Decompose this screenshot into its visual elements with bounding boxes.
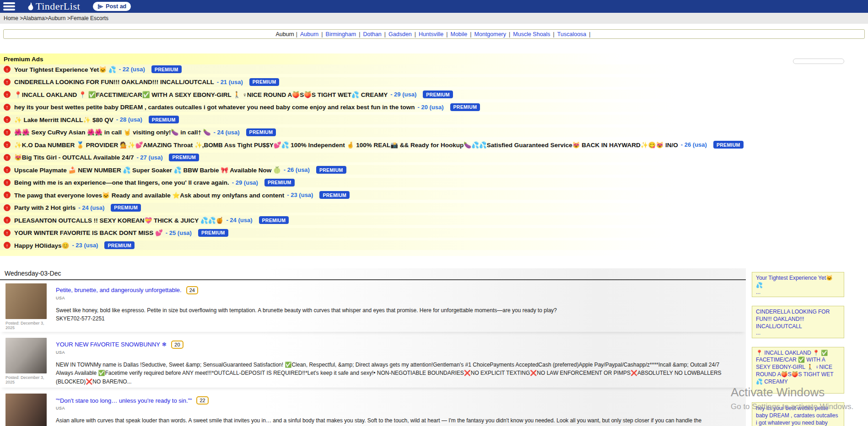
- city-link[interactable]: Huntsville: [419, 31, 443, 37]
- listing-thumbnail[interactable]: [5, 283, 47, 319]
- premium-ad-row[interactable]: ↑ YOUR WINTER FAVORITE IS BACK DONT MISS…: [0, 228, 868, 238]
- flame-icon: [26, 2, 35, 11]
- listing-country: USA: [56, 296, 746, 300]
- premium-ad-title[interactable]: hey its your best wettes petite baby DRE…: [14, 104, 415, 111]
- premium-ad-title[interactable]: Your Tightest Experience Yet🐱 💦: [14, 66, 116, 73]
- sidebar-ad-box[interactable]: Your Tightest Experience Yet🐱 💦 ...: [752, 272, 844, 297]
- sidebar-ad-box[interactable]: 📍 INCALL OAKLAND 📍 ✅ FACETIME/CAR ✅ WITH…: [752, 347, 844, 394]
- premium-ad-row[interactable]: ↑ Upscale Playmate 🍰 NEW NUMBER 💦 Super …: [0, 165, 868, 175]
- premium-ad-row[interactable]: ↑ Party with 2 Hot girls - 24 (usa) PREM…: [0, 203, 868, 213]
- listing-thumb-column: Posted: December 3, 2025: [5, 394, 48, 426]
- site-logo[interactable]: TinderList: [26, 0, 80, 12]
- premium-ad-meta[interactable]: - 24 (usa): [226, 217, 252, 224]
- premium-ad-row[interactable]: ↑ The pawg that everyone loves🐱 Ready an…: [0, 190, 868, 200]
- premium-ad-row[interactable]: ↑ 📍INCALL OAKLAND 📍 ✅FACETIME/CAR✅ WITH …: [0, 90, 868, 99]
- upvote-icon: ↑: [4, 192, 11, 198]
- premium-ad-row[interactable]: ↑ Your Tightest Experience Yet🐱 💦 - 22 (…: [0, 64, 868, 74]
- premium-badge: PREMIUM: [169, 154, 199, 161]
- premium-ad-meta[interactable]: - 20 (usa): [417, 104, 443, 111]
- premium-ad-title[interactable]: PLEASANTON OUTCALLS !! SEXY KOREAN💝 THIC…: [14, 217, 223, 224]
- listing-thumb-column: Posted: December 3, 2025: [5, 338, 48, 386]
- premium-section-title: Premium Ads: [0, 53, 868, 64]
- premium-ad-meta[interactable]: - 21 (usa): [217, 79, 243, 85]
- premium-ad-meta[interactable]: - 29 (usa): [390, 91, 416, 98]
- premium-ad-title[interactable]: 📍INCALL OAKLAND 📍 ✅FACETIME/CAR✅ WITH A …: [14, 91, 388, 98]
- premium-ad-meta[interactable]: - 23 (usa): [72, 242, 98, 249]
- premium-badge: PREMIUM: [316, 166, 346, 174]
- premium-ad-meta[interactable]: - 25 (usa): [166, 229, 192, 236]
- premium-ad-meta[interactable]: - 24 (usa): [214, 129, 240, 136]
- listing-country: USA: [56, 406, 746, 410]
- listing-thumb-column: Posted: December 3, 2025: [5, 283, 48, 330]
- brand-text: TinderList: [36, 0, 80, 12]
- listing-title-link[interactable]: Petite, brunette, and dangerously unforg…: [56, 287, 182, 293]
- premium-ad-title[interactable]: ✨K.O Daa NUMBER 🏅 PROVIDER 💁✨💕AMAZING Th…: [14, 141, 678, 149]
- premium-ad-row[interactable]: ↑ Happy HOlidays😊 - 23 (usa) PREMIUM: [0, 240, 868, 250]
- premium-badge: PREMIUM: [151, 65, 182, 73]
- premium-ad-row[interactable]: ↑ CINDERELLA LOOKING FOR FUN!!! OAKLAND!…: [0, 77, 868, 87]
- listing-posted-date: Posted: December 3, 2025: [5, 321, 48, 330]
- premium-ad-row[interactable]: ↑ PLEASANTON OUTCALLS !! SEXY KOREAN💝 TH…: [0, 215, 868, 225]
- premium-ad-row[interactable]: ↑ 😻Big Tits Girl - OUTCALL Available 24/…: [0, 153, 868, 162]
- premium-ad-meta[interactable]: - 26 (usa): [681, 141, 707, 148]
- premium-ad-title[interactable]: Party with 2 Hot girls: [14, 204, 75, 211]
- listing-title-link[interactable]: YOUR NEW FAVORITE SNOWBUNNY ❄: [56, 341, 167, 348]
- premium-ad-meta[interactable]: - 24 (usa): [78, 204, 104, 211]
- premium-badge: PREMIUM: [198, 229, 228, 237]
- listing-row: Posted: December 3, 2025 YOUR NEW FAVORI…: [0, 335, 746, 388]
- premium-ad-title[interactable]: 😻Big Tits Girl - OUTCALL Available 24/7: [14, 154, 134, 161]
- premium-badge: PREMIUM: [104, 241, 135, 249]
- premium-ad-meta[interactable]: - 26 (usa): [284, 166, 310, 173]
- city-separator: |: [509, 31, 510, 37]
- city-link[interactable]: Mobile: [450, 31, 467, 37]
- listing-title-link[interactable]: "“Don't stare too long… unless you're re…: [56, 397, 192, 404]
- sidebar-ad-box[interactable]: CINDERELLA LOOKING FOR FUN!!! OAKLAND!!!…: [752, 306, 844, 338]
- city-link[interactable]: Auburn: [300, 31, 318, 37]
- premium-badge: PREMIUM: [149, 116, 179, 123]
- upvote-icon: ↑: [4, 154, 11, 161]
- listings-section: Wednesday-03-Dec Posted: December 3, 202…: [0, 268, 746, 426]
- upvote-icon: ↑: [4, 217, 11, 224]
- premium-ad-meta[interactable]: - 29 (usa): [232, 179, 258, 186]
- premium-ad-meta[interactable]: - 28 (usa): [116, 116, 142, 123]
- sidebar-ad-link[interactable]: CINDERELLA LOOKING FOR FUN!!! OAKLAND!!!…: [756, 309, 840, 330]
- sidebar-ad-box[interactable]: hey its your best wettes petite baby DRE…: [752, 402, 844, 426]
- premium-ad-meta[interactable]: - 23 (usa): [287, 192, 313, 198]
- premium-ad-title[interactable]: Upscale Playmate 🍰 NEW NUMBER 💦 Super So…: [14, 166, 281, 174]
- city-link[interactable]: Muscle Shoals: [513, 31, 550, 37]
- city-link[interactable]: Dothan: [363, 31, 382, 37]
- sidebar-ad-link[interactable]: Your Tightest Experience Yet🐱 💦: [756, 275, 840, 289]
- premium-ad-title[interactable]: 🌺🌺 Sexy CuRvy Asian 🌺🌺 in call 🤘 visitin…: [14, 128, 211, 136]
- premium-ad-title[interactable]: ✨ Lake Merritt INCALL✨ $80 QV: [14, 116, 113, 123]
- premium-ad-row[interactable]: ↑ hey its your best wettes petite baby D…: [0, 102, 868, 112]
- premium-ad-meta[interactable]: - 27 (usa): [136, 154, 162, 161]
- premium-ad-title[interactable]: Happy HOlidays😊: [14, 242, 69, 249]
- premium-ad-title[interactable]: CINDERELLA LOOKING FOR FUN!!! OAKLAND!!!…: [14, 79, 214, 85]
- listing-thumbnail[interactable]: [5, 338, 47, 373]
- sidebar-ad-link[interactable]: hey its your best wettes petite baby DRE…: [756, 405, 840, 426]
- premium-ad-meta[interactable]: - 22 (usa): [119, 66, 145, 73]
- city-separator: |: [415, 31, 416, 37]
- premium-ad-title[interactable]: Being with me is an experience—one that …: [14, 179, 229, 186]
- menu-icon[interactable]: [3, 2, 15, 11]
- city-link[interactable]: Gadsden: [388, 31, 412, 37]
- city-link[interactable]: Montgomery: [474, 31, 506, 37]
- ad-placeholder-box: [793, 59, 844, 64]
- post-ad-button[interactable]: Post ad: [93, 2, 131, 11]
- city-link[interactable]: Birmingham: [326, 31, 356, 37]
- sidebar-ad-link[interactable]: 📍 INCALL OAKLAND 📍 ✅ FACETIME/CAR ✅ WITH…: [756, 350, 840, 386]
- listing-posted-date: Posted: December 3, 2025: [5, 375, 48, 384]
- city-link[interactable]: Tuscaloosa: [557, 31, 586, 37]
- premium-ad-title[interactable]: The pawg that everyone loves🐱 Ready and …: [14, 192, 284, 199]
- premium-badge: PREMIUM: [259, 216, 289, 224]
- premium-ad-row[interactable]: ↑ ✨ Lake Merritt INCALL✨ $80 QV - 28 (us…: [0, 115, 868, 124]
- premium-badge: PREMIUM: [264, 179, 295, 186]
- premium-ad-row[interactable]: ↑ ✨K.O Daa NUMBER 🏅 PROVIDER 💁✨💕AMAZING …: [0, 140, 868, 149]
- premium-ad-title[interactable]: YOUR WINTER FAVORITE IS BACK DONT MISS 💕: [14, 229, 163, 236]
- upvote-icon: ↑: [4, 141, 11, 148]
- listing-thumbnail[interactable]: [5, 394, 47, 426]
- premium-ad-row[interactable]: ↑ 🌺🌺 Sexy CuRvy Asian 🌺🌺 in call 🤘 visit…: [0, 128, 868, 137]
- upvote-icon: ↑: [4, 129, 11, 136]
- premium-ad-row[interactable]: ↑ Being with me is an experience—one tha…: [0, 178, 868, 187]
- breadcrumb[interactable]: Home >Alabama>Auburn >Female Escorts: [0, 13, 868, 24]
